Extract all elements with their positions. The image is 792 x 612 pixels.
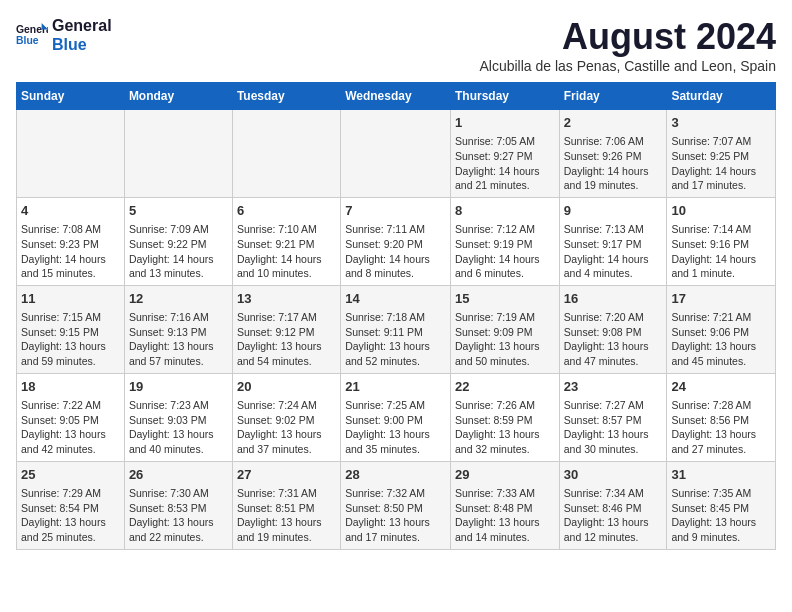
day-number: 15 [455,290,555,308]
week-row-1: 1Sunrise: 7:05 AM Sunset: 9:27 PM Daylig… [17,110,776,198]
calendar-cell: 8Sunrise: 7:12 AM Sunset: 9:19 PM Daylig… [450,197,559,285]
day-number: 31 [671,466,771,484]
calendar-cell: 6Sunrise: 7:10 AM Sunset: 9:21 PM Daylig… [232,197,340,285]
cell-content: Sunrise: 7:18 AM Sunset: 9:11 PM Dayligh… [345,310,446,369]
day-number: 14 [345,290,446,308]
day-number: 30 [564,466,663,484]
day-number: 19 [129,378,228,396]
calendar-cell: 2Sunrise: 7:06 AM Sunset: 9:26 PM Daylig… [559,110,667,198]
cell-content: Sunrise: 7:33 AM Sunset: 8:48 PM Dayligh… [455,486,555,545]
cell-content: Sunrise: 7:35 AM Sunset: 8:45 PM Dayligh… [671,486,771,545]
cell-content: Sunrise: 7:10 AM Sunset: 9:21 PM Dayligh… [237,222,336,281]
cell-content: Sunrise: 7:32 AM Sunset: 8:50 PM Dayligh… [345,486,446,545]
header-cell-tuesday: Tuesday [232,83,340,110]
day-number: 28 [345,466,446,484]
cell-content: Sunrise: 7:30 AM Sunset: 8:53 PM Dayligh… [129,486,228,545]
cell-content: Sunrise: 7:22 AM Sunset: 9:05 PM Dayligh… [21,398,120,457]
calendar-cell: 22Sunrise: 7:26 AM Sunset: 8:59 PM Dayli… [450,373,559,461]
day-number: 4 [21,202,120,220]
calendar-cell: 27Sunrise: 7:31 AM Sunset: 8:51 PM Dayli… [232,461,340,549]
logo: General Blue General Blue [16,16,112,54]
cell-content: Sunrise: 7:16 AM Sunset: 9:13 PM Dayligh… [129,310,228,369]
day-number: 18 [21,378,120,396]
cell-content: Sunrise: 7:21 AM Sunset: 9:06 PM Dayligh… [671,310,771,369]
day-number: 8 [455,202,555,220]
calendar-cell: 19Sunrise: 7:23 AM Sunset: 9:03 PM Dayli… [124,373,232,461]
cell-content: Sunrise: 7:20 AM Sunset: 9:08 PM Dayligh… [564,310,663,369]
header-cell-wednesday: Wednesday [341,83,451,110]
day-number: 22 [455,378,555,396]
calendar-cell: 11Sunrise: 7:15 AM Sunset: 9:15 PM Dayli… [17,285,125,373]
day-number: 20 [237,378,336,396]
logo-icon: General Blue [16,21,48,49]
calendar-cell: 20Sunrise: 7:24 AM Sunset: 9:02 PM Dayli… [232,373,340,461]
calendar-cell: 28Sunrise: 7:32 AM Sunset: 8:50 PM Dayli… [341,461,451,549]
day-number: 12 [129,290,228,308]
calendar-cell: 23Sunrise: 7:27 AM Sunset: 8:57 PM Dayli… [559,373,667,461]
title-section: August 2024 Alcubilla de las Penas, Cast… [479,16,776,74]
calendar-cell: 3Sunrise: 7:07 AM Sunset: 9:25 PM Daylig… [667,110,776,198]
calendar-cell: 4Sunrise: 7:08 AM Sunset: 9:23 PM Daylig… [17,197,125,285]
day-number: 25 [21,466,120,484]
cell-content: Sunrise: 7:34 AM Sunset: 8:46 PM Dayligh… [564,486,663,545]
header-cell-saturday: Saturday [667,83,776,110]
logo-text-blue: Blue [52,35,112,54]
cell-content: Sunrise: 7:14 AM Sunset: 9:16 PM Dayligh… [671,222,771,281]
calendar-cell [124,110,232,198]
day-number: 11 [21,290,120,308]
day-number: 3 [671,114,771,132]
cell-content: Sunrise: 7:11 AM Sunset: 9:20 PM Dayligh… [345,222,446,281]
calendar-cell: 25Sunrise: 7:29 AM Sunset: 8:54 PM Dayli… [17,461,125,549]
day-number: 29 [455,466,555,484]
cell-content: Sunrise: 7:28 AM Sunset: 8:56 PM Dayligh… [671,398,771,457]
cell-content: Sunrise: 7:27 AM Sunset: 8:57 PM Dayligh… [564,398,663,457]
calendar-cell: 21Sunrise: 7:25 AM Sunset: 9:00 PM Dayli… [341,373,451,461]
calendar-cell: 30Sunrise: 7:34 AM Sunset: 8:46 PM Dayli… [559,461,667,549]
calendar-cell: 10Sunrise: 7:14 AM Sunset: 9:16 PM Dayli… [667,197,776,285]
calendar-table: SundayMondayTuesdayWednesdayThursdayFrid… [16,82,776,550]
calendar-cell: 12Sunrise: 7:16 AM Sunset: 9:13 PM Dayli… [124,285,232,373]
cell-content: Sunrise: 7:15 AM Sunset: 9:15 PM Dayligh… [21,310,120,369]
day-number: 2 [564,114,663,132]
calendar-cell: 5Sunrise: 7:09 AM Sunset: 9:22 PM Daylig… [124,197,232,285]
week-row-3: 11Sunrise: 7:15 AM Sunset: 9:15 PM Dayli… [17,285,776,373]
cell-content: Sunrise: 7:31 AM Sunset: 8:51 PM Dayligh… [237,486,336,545]
calendar-cell: 7Sunrise: 7:11 AM Sunset: 9:20 PM Daylig… [341,197,451,285]
subtitle: Alcubilla de las Penas, Castille and Leo… [479,58,776,74]
calendar-cell [17,110,125,198]
header-cell-thursday: Thursday [450,83,559,110]
day-number: 6 [237,202,336,220]
calendar-cell [341,110,451,198]
week-row-4: 18Sunrise: 7:22 AM Sunset: 9:05 PM Dayli… [17,373,776,461]
cell-content: Sunrise: 7:05 AM Sunset: 9:27 PM Dayligh… [455,134,555,193]
header-cell-friday: Friday [559,83,667,110]
calendar-cell: 9Sunrise: 7:13 AM Sunset: 9:17 PM Daylig… [559,197,667,285]
header-cell-sunday: Sunday [17,83,125,110]
calendar-cell: 17Sunrise: 7:21 AM Sunset: 9:06 PM Dayli… [667,285,776,373]
calendar-cell: 29Sunrise: 7:33 AM Sunset: 8:48 PM Dayli… [450,461,559,549]
svg-text:Blue: Blue [16,35,39,46]
day-number: 17 [671,290,771,308]
cell-content: Sunrise: 7:17 AM Sunset: 9:12 PM Dayligh… [237,310,336,369]
day-number: 24 [671,378,771,396]
calendar-cell: 14Sunrise: 7:18 AM Sunset: 9:11 PM Dayli… [341,285,451,373]
cell-content: Sunrise: 7:08 AM Sunset: 9:23 PM Dayligh… [21,222,120,281]
cell-content: Sunrise: 7:06 AM Sunset: 9:26 PM Dayligh… [564,134,663,193]
day-number: 16 [564,290,663,308]
week-row-2: 4Sunrise: 7:08 AM Sunset: 9:23 PM Daylig… [17,197,776,285]
week-row-5: 25Sunrise: 7:29 AM Sunset: 8:54 PM Dayli… [17,461,776,549]
day-number: 23 [564,378,663,396]
calendar-cell: 16Sunrise: 7:20 AM Sunset: 9:08 PM Dayli… [559,285,667,373]
calendar-cell: 31Sunrise: 7:35 AM Sunset: 8:45 PM Dayli… [667,461,776,549]
calendar-cell: 13Sunrise: 7:17 AM Sunset: 9:12 PM Dayli… [232,285,340,373]
calendar-cell: 18Sunrise: 7:22 AM Sunset: 9:05 PM Dayli… [17,373,125,461]
day-number: 9 [564,202,663,220]
calendar-cell: 1Sunrise: 7:05 AM Sunset: 9:27 PM Daylig… [450,110,559,198]
calendar-cell [232,110,340,198]
day-number: 7 [345,202,446,220]
main-title: August 2024 [479,16,776,58]
cell-content: Sunrise: 7:12 AM Sunset: 9:19 PM Dayligh… [455,222,555,281]
header-cell-monday: Monday [124,83,232,110]
header-row: SundayMondayTuesdayWednesdayThursdayFrid… [17,83,776,110]
cell-content: Sunrise: 7:25 AM Sunset: 9:00 PM Dayligh… [345,398,446,457]
